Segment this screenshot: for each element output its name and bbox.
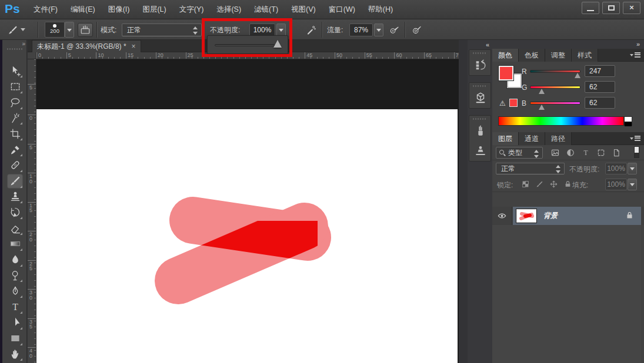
layer-row[interactable]: 背景 (492, 207, 644, 225)
layer-fill-value[interactable]: 100% (605, 179, 627, 190)
path-selection-tool[interactable] (7, 315, 23, 330)
channel-slider-track[interactable] (530, 102, 580, 105)
opacity-slider-handle[interactable] (273, 40, 282, 48)
tab-close-icon[interactable]: × (132, 42, 136, 51)
lasso-tool[interactable] (7, 95, 23, 110)
brush-tool[interactable] (7, 174, 23, 189)
layer-visibility-cell[interactable] (492, 207, 512, 225)
menu-item-图层[interactable]: 图层(L) (136, 0, 172, 19)
toolbar-grip[interactable] (7, 48, 22, 50)
maximize-button[interactable] (602, 2, 620, 14)
menu-item-帮助[interactable]: 帮助(H) (362, 0, 399, 19)
channel-slider-track[interactable] (530, 70, 580, 73)
shape-filter-icon[interactable] (596, 147, 606, 159)
crop-tool[interactable] (7, 126, 23, 141)
lock-all-icon[interactable] (563, 179, 573, 189)
properties-panel-icon[interactable] (469, 88, 492, 108)
layer-filter-select[interactable]: 类型 (496, 147, 543, 159)
layer-opacity-dropdown-button[interactable] (628, 163, 637, 174)
white-black-swatches[interactable] (624, 116, 632, 126)
document-tab[interactable]: 未标题-1 @ 33.3%(RGB/8) * × (32, 40, 141, 52)
blend-mode-select[interactable]: 正常 (122, 23, 202, 36)
menu-item-文字[interactable]: 文字(Y) (173, 0, 211, 19)
brush-preset-dropdown-button[interactable] (65, 22, 74, 38)
dock-grip[interactable] (473, 52, 487, 54)
image-filter-icon[interactable] (550, 147, 560, 159)
layers-panel-menu-icon[interactable] (630, 135, 640, 142)
blur-tool[interactable] (7, 253, 23, 267)
tool-preset-button[interactable] (5, 23, 28, 37)
airbrush-toggle-icon[interactable] (387, 23, 402, 37)
smart-object-filter-icon[interactable] (611, 147, 622, 159)
dock-grip[interactable] (473, 118, 487, 120)
tab-色板[interactable]: 色板 (519, 49, 545, 62)
clone-stamp-tool[interactable] (7, 189, 23, 204)
menu-item-编辑[interactable]: 编辑(E) (64, 0, 102, 19)
tab-颜色[interactable]: 颜色 (492, 49, 519, 62)
layer-opacity-value[interactable]: 100% (605, 163, 627, 174)
channel-value-input[interactable]: 247 (585, 65, 615, 77)
close-button[interactable]: × (623, 2, 640, 14)
flow-value-box[interactable]: 87% (349, 23, 373, 36)
menu-item-滤镜[interactable]: 滤镜(T) (248, 0, 285, 19)
lock-transparency-icon[interactable] (520, 179, 530, 189)
clone-source-panel-icon[interactable] (469, 141, 492, 161)
canvas[interactable] (36, 109, 458, 363)
tablet-opacity-icon[interactable] (303, 23, 319, 37)
tab-通道[interactable]: 通道 (519, 132, 545, 145)
color-panel-menu-icon[interactable] (630, 52, 640, 59)
channel-value-input[interactable]: 62 (585, 97, 615, 109)
expand-panels-button[interactable]: » (636, 41, 639, 48)
opacity-dropdown-button[interactable] (276, 23, 286, 36)
tab-图层[interactable]: 图层 (492, 132, 519, 145)
tab-样式[interactable]: 样式 (572, 49, 598, 62)
toggle-brush-panel-button[interactable] (78, 23, 93, 37)
opacity-value-box[interactable]: 100% (249, 23, 275, 36)
menu-item-视图[interactable]: 视图(V) (285, 0, 322, 19)
lock-pixels-icon[interactable] (535, 179, 545, 189)
channel-slider-handle[interactable] (539, 105, 545, 110)
healing-brush-tool[interactable] (7, 158, 23, 173)
tab-路径[interactable]: 路径 (545, 132, 572, 145)
lock-position-icon[interactable] (549, 179, 559, 189)
color-spectrum-ramp[interactable] (498, 116, 624, 126)
menu-item-文件[interactable]: 文件(F) (27, 0, 64, 19)
opacity-slider-track[interactable] (215, 44, 275, 46)
eyedropper-tool[interactable] (7, 142, 23, 157)
layer-thumbnail[interactable] (516, 209, 536, 223)
dock-grip[interactable] (473, 85, 487, 87)
rectangle-tool[interactable] (7, 331, 23, 346)
type-tool[interactable]: T (7, 300, 23, 314)
type-filter-icon[interactable]: T (580, 147, 591, 159)
menu-item-图像[interactable]: 图像(I) (102, 0, 136, 19)
channel-slider-track[interactable] (530, 86, 580, 89)
foreground-color-swatch[interactable] (499, 66, 513, 80)
brush-preset-picker[interactable]: 200 (45, 22, 65, 38)
rectangular-marquee-tool[interactable] (7, 79, 23, 94)
flow-dropdown-button[interactable] (374, 23, 383, 36)
hand-tool[interactable] (7, 347, 23, 361)
pen-tool[interactable] (7, 284, 23, 298)
layer-blend-mode-select[interactable]: 正常 (496, 163, 565, 174)
collapse-dock-button[interactable]: « (486, 41, 489, 48)
tablet-size-icon[interactable] (409, 23, 425, 37)
history-panel-icon[interactable] (469, 55, 492, 75)
gradient-tool[interactable] (7, 237, 23, 251)
collapse-toolbar-button[interactable]: » (22, 41, 24, 47)
adjustment-filter-icon[interactable] (565, 147, 576, 159)
vertical-ruler[interactable]: 5051 01 52 02 53 03 54 0 (28, 59, 36, 363)
menu-item-选择[interactable]: 选择(S) (210, 0, 248, 19)
history-brush-tool[interactable] (7, 205, 23, 220)
minimize-button[interactable] (582, 2, 599, 14)
magic-wand-tool[interactable] (7, 110, 23, 125)
menu-item-窗口[interactable]: 窗口(W) (322, 0, 362, 19)
channel-slider-handle[interactable] (575, 73, 580, 78)
dodge-tool[interactable] (7, 268, 23, 283)
layer-fill-dropdown-button[interactable] (628, 179, 637, 190)
channel-value-input[interactable]: 62 (585, 81, 615, 93)
move-tool[interactable] (7, 63, 23, 78)
filter-toggle-switch[interactable] (634, 146, 639, 158)
brush-presets-panel-icon[interactable] (469, 121, 492, 141)
channel-slider-handle[interactable] (539, 89, 545, 94)
layer-row-selected[interactable]: 背景 (513, 207, 641, 225)
